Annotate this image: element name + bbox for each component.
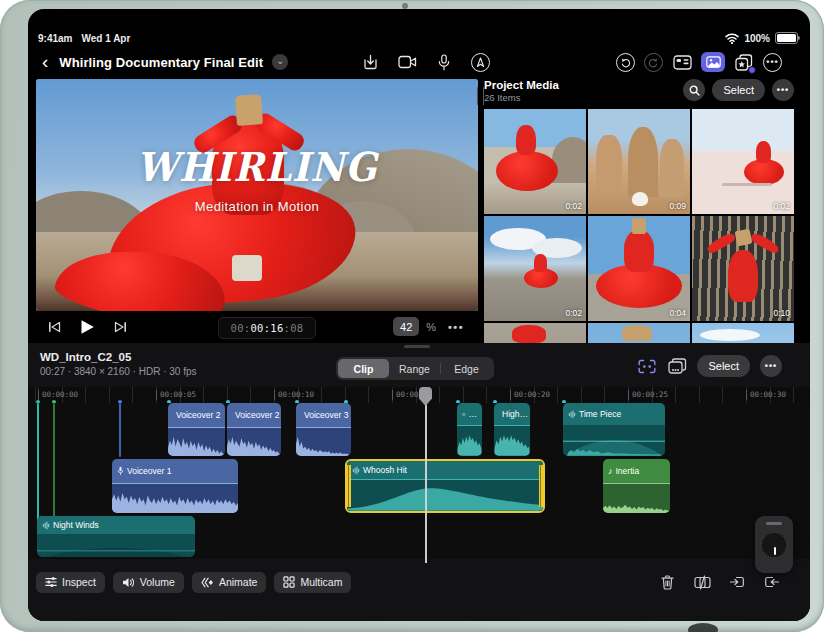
music-note-icon: ♪ (608, 466, 613, 476)
search-icon[interactable] (683, 79, 705, 101)
skip-to-end-icon[interactable] (110, 317, 130, 337)
status-bar: 9:41amWed 1 Apr 100% (38, 31, 798, 45)
viewer-more-icon[interactable]: ••• (448, 321, 464, 333)
viewer-video[interactable]: WHIRLING Meditation in Motion (36, 79, 478, 311)
media-grid: 0:02 0:09 0:02 (484, 109, 794, 343)
timeline-clip-name: WD_Intro_C2_05 (40, 351, 131, 363)
pencil-draw-icon[interactable] (471, 53, 490, 72)
media-thumbnail[interactable]: 0:09 (588, 109, 690, 214)
viewer-overlay-subtitle: Meditation in Motion (36, 199, 478, 214)
browser-favorites-icon[interactable] (734, 52, 754, 72)
bezel-notch (688, 623, 718, 632)
timeline-clip[interactable]: Voiceover 2 (168, 403, 225, 456)
insert-clip-icon[interactable] (727, 572, 747, 592)
project-media-panel: Project Media 26 Items Select ••• 0:02 (484, 79, 794, 343)
timeline-clip[interactable]: Voiceover 2 (227, 403, 281, 456)
timeline-panel: WD_Intro_C2_05 00:27 · 3840 × 2160 · HDR… (28, 343, 810, 621)
volume-button[interactable]: Volume (113, 572, 184, 593)
timeline-tracks[interactable]: Voiceover 2 Voiceover 2 Voiceover 3 … Hi… (28, 403, 810, 559)
panel-drag-handle[interactable] (477, 87, 484, 105)
mode-clip[interactable]: Clip (338, 359, 389, 378)
battery-icon (775, 32, 798, 44)
top-toolbar: ‹ Whirling Documentary Final Edit ⌄ (28, 47, 810, 77)
multicam-overlay-icon[interactable] (667, 356, 687, 376)
viewer-media-icon[interactable] (701, 52, 725, 72)
zoom-level-value[interactable]: 42 (393, 317, 419, 336)
jog-dial-control[interactable] (755, 516, 793, 573)
mode-range[interactable]: Range (389, 359, 440, 378)
dervish-legs (232, 255, 262, 281)
skip-to-start-icon[interactable] (44, 317, 64, 337)
wifi-icon (725, 33, 739, 44)
timeline-clip[interactable]: … (457, 403, 482, 456)
zoom-percent-sign: % (426, 321, 436, 333)
timeline-drag-handle[interactable] (404, 345, 430, 348)
import-media-icon[interactable] (360, 52, 380, 72)
media-more-icon[interactable]: ••• (772, 79, 794, 101)
transport-bar: 00:00:16:08 42 % ••• (36, 311, 478, 343)
split-clip-icon[interactable] (692, 572, 712, 592)
trim-handle-right[interactable] (539, 465, 543, 507)
media-thumbnail[interactable]: 0:10 (692, 216, 794, 321)
back-chevron-icon[interactable]: ‹ (40, 49, 50, 75)
timeline-clip[interactable]: Time Piece (563, 403, 665, 456)
timecode-display[interactable]: 00:00:16:08 (218, 317, 316, 339)
more-options-icon[interactable]: ••• (763, 53, 782, 72)
undo-icon[interactable] (616, 53, 635, 72)
battery-percent: 100% (744, 33, 770, 44)
snapping-icon[interactable] (637, 356, 657, 376)
date: Wed 1 Apr (81, 33, 130, 44)
dervish-hat (235, 94, 263, 126)
media-thumbnail[interactable]: 0:04 (588, 216, 690, 321)
timeline-more-icon[interactable]: ••• (760, 355, 782, 377)
camera-icon[interactable] (397, 52, 417, 72)
title-chevron-down-icon[interactable]: ⌄ (272, 54, 288, 70)
dial-knob[interactable] (761, 532, 787, 558)
delete-trash-icon[interactable] (657, 572, 677, 592)
thin-clip[interactable] (119, 403, 121, 457)
timeline-clip-info: 00:27 · 3840 × 2160 · HDR · 30 fps (40, 366, 196, 377)
playhead[interactable] (425, 389, 427, 563)
timeline-bottom-toolbar: Inspect Volume Animate Multicam (28, 567, 810, 597)
browser-badge (748, 66, 756, 74)
media-thumbnail[interactable] (588, 323, 690, 343)
inspector-panel-icon[interactable] (672, 52, 692, 72)
microphone-icon[interactable] (434, 52, 454, 72)
animate-button[interactable]: Animate (192, 572, 267, 593)
media-thumbnail[interactable] (484, 323, 586, 343)
project-title[interactable]: Whirling Documentary Final Edit (59, 55, 263, 70)
trim-handle-left[interactable] (347, 465, 351, 507)
inspect-button[interactable]: Inspect (36, 572, 105, 593)
redo-icon[interactable] (644, 53, 663, 72)
timeline-clip[interactable]: High… (494, 403, 530, 456)
media-thumbnail[interactable]: 0:02 (484, 216, 586, 321)
media-thumbnail[interactable]: 0:02 (692, 109, 794, 214)
clock: 9:41am (38, 33, 72, 44)
mode-edge[interactable]: Edge (441, 359, 492, 378)
viewer-overlay-title: WHIRLING (36, 143, 478, 191)
media-select-button[interactable]: Select (712, 79, 765, 101)
timeline-clip[interactable]: Night Winds (37, 516, 195, 557)
timeline-clip-selected[interactable]: Whoosh Hit (345, 459, 545, 513)
multicam-button[interactable]: Multicam (274, 572, 351, 593)
timeline-clip[interactable]: ♪Inertia (603, 459, 670, 513)
timeline-select-button[interactable]: Select (697, 355, 750, 377)
timeline-clip[interactable]: Voiceover 1 (112, 459, 238, 513)
play-button[interactable] (77, 317, 97, 337)
screen: 9:41amWed 1 Apr 100% ‹ Whirling Document… (28, 9, 810, 621)
edit-mode-segmented-control: Clip Range Edge (336, 357, 494, 380)
media-thumbnail[interactable] (692, 323, 794, 343)
overwrite-clip-icon[interactable] (762, 572, 782, 592)
timeline-clip[interactable]: Voiceover 3 (296, 403, 351, 456)
media-thumbnail[interactable]: 0:02 (484, 109, 586, 214)
ipad-device: 9:41amWed 1 Apr 100% ‹ Whirling Document… (0, 0, 824, 632)
